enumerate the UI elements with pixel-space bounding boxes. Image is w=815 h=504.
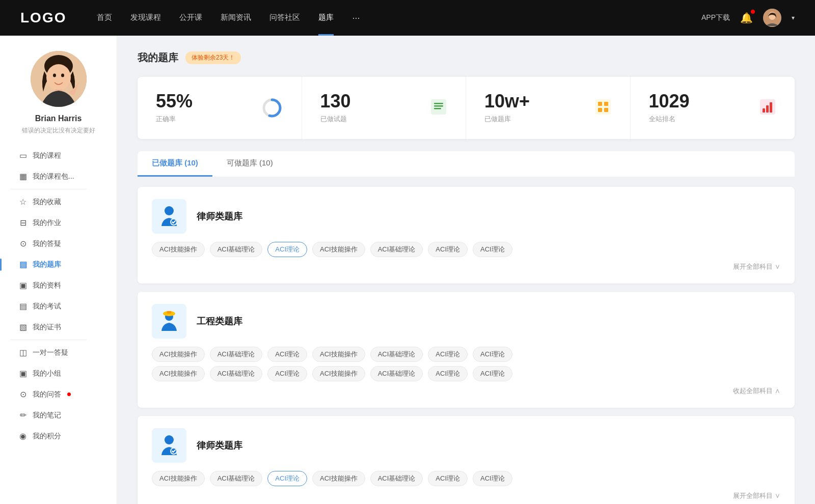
tag-2-ex-4[interactable]: ACI技能操作 bbox=[312, 366, 365, 381]
tag-2-ex-3[interactable]: ACI理论 bbox=[267, 366, 307, 381]
svg-point-4 bbox=[46, 64, 71, 91]
user-menu-chevron[interactable]: ▾ bbox=[792, 14, 795, 21]
user-avatar-header[interactable] bbox=[763, 9, 781, 27]
sidebar-item-my-qbank[interactable]: ▤ 我的题库 bbox=[10, 254, 106, 275]
main-content: 我的题库 体验剩余23天！ 55% 正确率 bbox=[117, 36, 815, 504]
tag-1-2[interactable]: ACI基础理论 bbox=[210, 242, 263, 257]
nav-home[interactable]: 首页 bbox=[97, 13, 112, 23]
tag-2-4[interactable]: ACI技能操作 bbox=[312, 347, 365, 362]
tag-3-6[interactable]: ACI理论 bbox=[428, 471, 468, 486]
svg-point-29 bbox=[165, 435, 174, 444]
tag-1-6[interactable]: ACI理论 bbox=[428, 242, 468, 257]
svg-rect-22 bbox=[770, 102, 772, 113]
tag-2-ex-5[interactable]: ACI基础理论 bbox=[370, 366, 423, 381]
sidebar-item-qa[interactable]: ⊙ 我的答疑 bbox=[10, 233, 106, 254]
expand-link-1[interactable]: 展开全部科目 ∨ bbox=[152, 262, 780, 271]
tag-2-3[interactable]: ACI理论 bbox=[267, 347, 307, 362]
nav-news[interactable]: 新闻资讯 bbox=[221, 13, 251, 23]
sidebar-item-favorites[interactable]: ☆ 我的收藏 bbox=[10, 191, 106, 212]
qbank-title-3: 律师类题库 bbox=[197, 439, 242, 452]
svg-point-23 bbox=[165, 206, 174, 215]
sidebar-item-certificate[interactable]: ▧ 我的证书 bbox=[10, 317, 106, 338]
sidebar-item-my-course-pack[interactable]: ▦ 我的课程包... bbox=[10, 166, 106, 187]
stat-done-questions-text: 130 已做试题 bbox=[320, 92, 422, 124]
expand-link-3[interactable]: 展开全部科目 ∨ bbox=[152, 491, 780, 500]
app-download-link[interactable]: APP下载 bbox=[701, 13, 730, 22]
user-name: Brian Harris bbox=[35, 114, 82, 123]
tag-2-ex-2[interactable]: ACI基础理论 bbox=[210, 366, 263, 381]
tag-3-3[interactable]: ACI理论 bbox=[267, 471, 307, 486]
stat-rank: 1029 全站排名 bbox=[631, 77, 795, 139]
list-icon bbox=[430, 98, 447, 118]
tag-1-5[interactable]: ACI基础理论 bbox=[370, 242, 423, 257]
svg-rect-14 bbox=[595, 99, 611, 115]
tag-2-5[interactable]: ACI基础理论 bbox=[370, 347, 423, 362]
tag-2-ex-6[interactable]: ACI理论 bbox=[428, 366, 468, 381]
logo: LOGO bbox=[20, 10, 66, 26]
qbank-header-3: 律师类题库 bbox=[152, 428, 780, 463]
stat-accuracy: 55% 正确率 bbox=[138, 77, 302, 139]
tags-row-2-extra: ACI技能操作 ACI基础理论 ACI理论 ACI技能操作 ACI基础理论 AC… bbox=[152, 366, 780, 381]
svg-rect-20 bbox=[763, 108, 765, 113]
svg-rect-16 bbox=[604, 102, 608, 106]
tag-2-ex-1[interactable]: ACI技能操作 bbox=[152, 366, 205, 381]
tag-1-1[interactable]: ACI技能操作 bbox=[152, 242, 205, 257]
nav-discover[interactable]: 发现课程 bbox=[130, 13, 161, 23]
page-title: 我的题库 bbox=[138, 51, 178, 65]
data-icon: ▣ bbox=[18, 281, 28, 290]
tag-2-7[interactable]: ACI理论 bbox=[473, 347, 512, 362]
sidebar-item-my-qa[interactable]: ⊙ 我的问答 bbox=[10, 384, 106, 405]
tab-available-banks[interactable]: 可做题库 (10) bbox=[212, 151, 287, 177]
tag-2-1[interactable]: ACI技能操作 bbox=[152, 347, 205, 362]
sidebar-item-group[interactable]: ▣ 我的小组 bbox=[10, 363, 106, 384]
qa-unread-badge bbox=[67, 393, 71, 396]
tag-3-5[interactable]: ACI基础理论 bbox=[370, 471, 423, 486]
qbank-title-2: 工程类题库 bbox=[197, 315, 242, 327]
sidebar-item-my-course[interactable]: ▭ 我的课程 bbox=[10, 145, 106, 166]
sidebar-item-one-on-one[interactable]: ◫ 一对一答疑 bbox=[10, 342, 106, 363]
sidebar-item-homework[interactable]: ⊟ 我的作业 bbox=[10, 212, 106, 233]
tag-1-4[interactable]: ACI技能操作 bbox=[312, 242, 365, 257]
tag-2-6[interactable]: ACI理论 bbox=[428, 347, 468, 362]
tag-3-7[interactable]: ACI理论 bbox=[473, 471, 512, 486]
svg-point-5 bbox=[53, 74, 56, 77]
divider-1 bbox=[10, 189, 87, 189]
tabs-row: 已做题库 (10) 可做题库 (10) bbox=[138, 151, 795, 177]
sidebar-item-my-data[interactable]: ▣ 我的资料 bbox=[10, 275, 106, 296]
nav-qbank[interactable]: 题库 bbox=[318, 13, 334, 23]
tag-3-2[interactable]: ACI基础理论 bbox=[210, 471, 263, 486]
nav-open-course[interactable]: 公开课 bbox=[179, 13, 202, 23]
qbank-section-lawyer-1: 律师类题库 ACI技能操作 ACI基础理论 ACI理论 ACI技能操作 ACI基… bbox=[138, 187, 795, 284]
user-avatar bbox=[31, 51, 87, 107]
qbank-icon: ▤ bbox=[18, 260, 28, 269]
svg-rect-17 bbox=[598, 108, 602, 112]
nav-more[interactable]: ··· bbox=[352, 13, 360, 23]
stat-accuracy-value: 55% bbox=[156, 92, 253, 110]
collapse-link-2[interactable]: 收起全部科目 ∧ bbox=[152, 386, 780, 396]
grid-icon bbox=[594, 98, 612, 118]
stat-done-banks: 10w+ 已做题库 bbox=[466, 77, 631, 139]
cert-icon: ▧ bbox=[18, 322, 28, 332]
tag-3-4[interactable]: ACI技能操作 bbox=[312, 471, 365, 486]
tag-3-1[interactable]: ACI技能操作 bbox=[152, 471, 205, 486]
tab-done-banks[interactable]: 已做题库 (10) bbox=[138, 151, 212, 177]
svg-rect-18 bbox=[604, 108, 608, 112]
trial-badge: 体验剩余23天！ bbox=[185, 51, 241, 64]
myqa-icon: ⊙ bbox=[18, 389, 28, 399]
user-motto: 错误的决定比没有决定要好 bbox=[22, 126, 95, 135]
notification-bell[interactable]: 🔔 bbox=[740, 12, 753, 24]
tag-1-7[interactable]: ACI理论 bbox=[473, 242, 512, 257]
sidebar-item-points[interactable]: ◉ 我的积分 bbox=[10, 426, 106, 446]
nav-qa[interactable]: 问答社区 bbox=[269, 13, 300, 23]
tags-row-2: ACI技能操作 ACI基础理论 ACI理论 ACI技能操作 ACI基础理论 AC… bbox=[152, 347, 780, 362]
tag-2-2[interactable]: ACI基础理论 bbox=[210, 347, 263, 362]
tag-2-ex-7[interactable]: ACI理论 bbox=[473, 366, 512, 381]
sidebar-item-notes[interactable]: ✏ 我的笔记 bbox=[10, 405, 106, 426]
stat-done-questions-label: 已做试题 bbox=[320, 115, 422, 124]
sidebar-item-my-exam[interactable]: ▤ 我的考试 bbox=[10, 296, 106, 317]
exam-icon: ▤ bbox=[18, 301, 28, 311]
divider-2 bbox=[10, 340, 87, 340]
notification-badge bbox=[751, 10, 755, 14]
tag-1-3[interactable]: ACI理论 bbox=[267, 242, 307, 257]
qbank-header-2: 工程类题库 bbox=[152, 304, 780, 339]
